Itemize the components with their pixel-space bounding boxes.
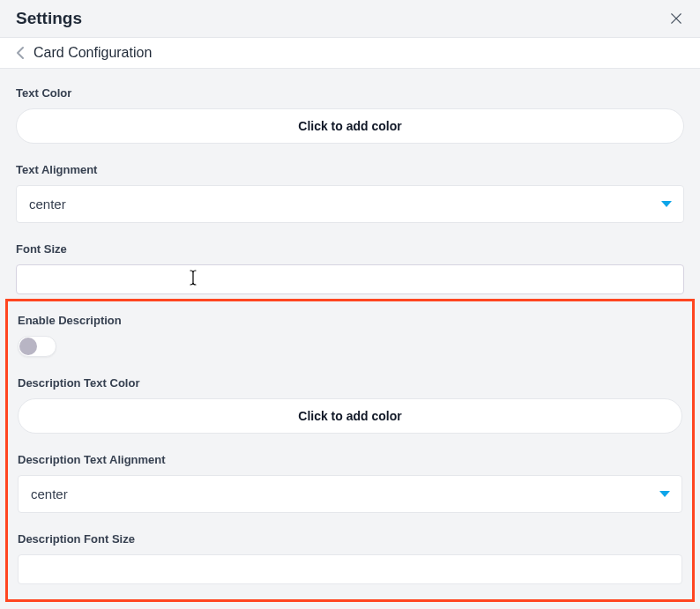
label-enable-description: Enable Description xyxy=(18,314,682,327)
desc-text-alignment-select[interactable]: center xyxy=(18,475,682,513)
text-color-button[interactable]: Click to add color xyxy=(16,108,684,144)
settings-title: Settings xyxy=(16,9,82,28)
breadcrumb-title: Card Configuration xyxy=(34,45,152,61)
field-text-alignment: Text Alignment center xyxy=(16,163,684,223)
breadcrumb: Card Configuration xyxy=(0,37,700,69)
label-text-color: Text Color xyxy=(16,86,684,100)
desc-font-size-input[interactable] xyxy=(18,554,682,584)
label-desc-font-size: Description Font Size xyxy=(18,532,682,546)
toggle-knob xyxy=(19,338,37,355)
field-desc-font-size: Description Font Size xyxy=(18,532,682,584)
field-font-size: Font Size xyxy=(16,242,684,294)
label-desc-text-color: Description Text Color xyxy=(18,376,682,390)
label-font-size: Font Size xyxy=(16,242,684,256)
enable-description-toggle[interactable] xyxy=(18,336,56,357)
close-icon[interactable] xyxy=(668,11,684,26)
text-alignment-select[interactable]: center xyxy=(16,185,684,223)
field-desc-text-alignment: Description Text Alignment center xyxy=(18,453,682,513)
settings-header: Settings xyxy=(0,0,700,37)
field-desc-text-color: Description Text Color Click to add colo… xyxy=(18,376,682,434)
label-text-alignment: Text Alignment xyxy=(16,163,684,176)
label-desc-text-alignment: Description Text Alignment xyxy=(18,453,682,466)
back-icon[interactable] xyxy=(16,46,25,60)
desc-text-color-button[interactable]: Click to add color xyxy=(18,398,682,434)
form-area: Text Color Click to add color Text Align… xyxy=(0,69,700,584)
field-text-color: Text Color Click to add color xyxy=(16,86,684,144)
font-size-input[interactable] xyxy=(16,264,684,294)
field-enable-description: Enable Description xyxy=(18,314,682,357)
